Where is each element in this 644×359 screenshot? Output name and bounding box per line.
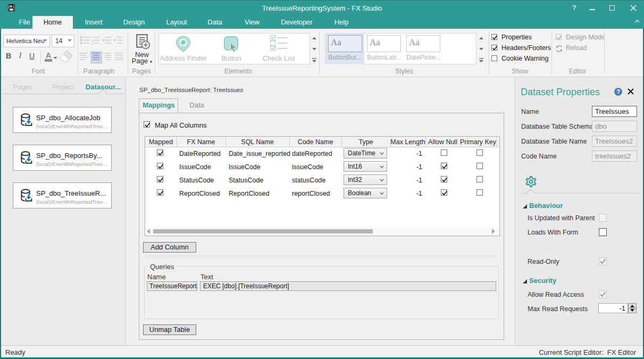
svg-text:2: 2 xyxy=(91,39,94,43)
svg-text:3: 3 xyxy=(91,43,94,46)
svg-text:1: 1 xyxy=(91,36,94,39)
